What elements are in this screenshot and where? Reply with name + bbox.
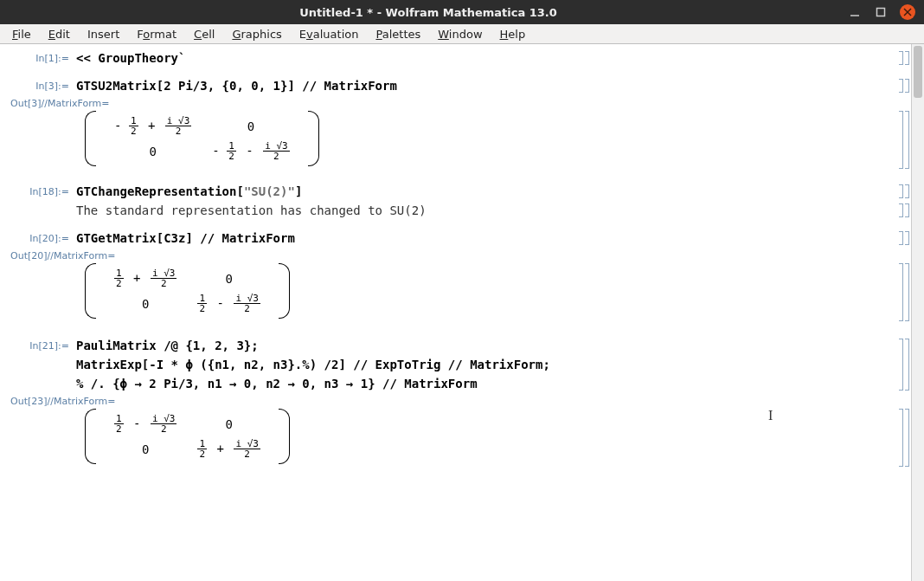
cell-bracket[interactable] bbox=[895, 263, 911, 321]
cell-label: In[3]:= bbox=[7, 79, 76, 92]
code-line: PauliMatrix /@ {1, 2, 3}; bbox=[76, 339, 866, 352]
code-text: ] bbox=[295, 184, 302, 198]
menubar: File Edit Insert Format Cell Graphics Ev… bbox=[0, 24, 924, 44]
op: + bbox=[145, 119, 157, 132]
sign: - bbox=[212, 144, 219, 158]
menu-edit[interactable]: Edit bbox=[42, 26, 77, 42]
cell-bracket[interactable] bbox=[895, 203, 911, 217]
matrix-entry: 0 bbox=[197, 414, 260, 434]
menu-format[interactable]: Format bbox=[130, 26, 183, 42]
svg-rect-1 bbox=[877, 9, 885, 16]
print-output: The standard representation has changed … bbox=[76, 203, 892, 217]
matrix-entry: 0 bbox=[114, 141, 191, 161]
matrix-output: - 12 + i √32 0 0 - bbox=[85, 111, 319, 166]
cell-label: In[21]:= bbox=[7, 339, 76, 352]
string-literal: "SU(2)" bbox=[244, 184, 295, 198]
output-label: Out[20]//MatrixForm= bbox=[10, 250, 911, 261]
matrix-entry: 0 bbox=[197, 268, 260, 288]
window-title: Untitled-1 * - Wolfram Mathematica 13.0 bbox=[9, 6, 848, 19]
matrix-entry: 0 bbox=[114, 294, 176, 313]
cell-label: In[18]:= bbox=[7, 184, 76, 197]
scrollbar-thumb[interactable] bbox=[914, 46, 922, 98]
menu-help[interactable]: Help bbox=[493, 26, 533, 42]
notebook-content[interactable]: In[1]:= << GroupTheory` In[3]:= GTSU2Mat… bbox=[0, 44, 911, 581]
matrix-entry: 0 bbox=[212, 116, 289, 136]
cell-label: In[20]:= bbox=[7, 231, 76, 244]
menu-graphics[interactable]: Graphics bbox=[225, 26, 288, 42]
code-text: GTChangeRepresentation[ bbox=[76, 184, 244, 198]
titlebar: Untitled-1 * - Wolfram Mathematica 13.0 bbox=[0, 0, 924, 24]
maximize-icon[interactable] bbox=[874, 5, 888, 19]
output-label: Out[23]//MatrixForm= bbox=[10, 396, 911, 407]
input-cell[interactable]: PauliMatrix /@ {1, 2, 3}; MatrixExp[-I *… bbox=[76, 339, 892, 391]
op: - bbox=[131, 416, 143, 430]
cell-bracket[interactable] bbox=[895, 111, 911, 169]
cell-bracket[interactable] bbox=[895, 51, 911, 65]
notebook-area: In[1]:= << GroupTheory` In[3]:= GTSU2Mat… bbox=[0, 44, 924, 581]
sign: - bbox=[114, 119, 121, 132]
menu-file[interactable]: File bbox=[5, 26, 38, 42]
menu-palettes[interactable]: Palettes bbox=[369, 26, 427, 42]
code-text: GTSU2Matrix bbox=[76, 79, 157, 93]
cell-bracket[interactable] bbox=[895, 231, 911, 245]
op: - bbox=[243, 144, 255, 158]
minimize-icon[interactable] bbox=[848, 5, 862, 19]
cell-label-empty bbox=[7, 263, 76, 265]
menu-cell[interactable]: Cell bbox=[187, 26, 221, 42]
code-line: % /. {ϕ → 2 Pi/3, n1 → 0, n2 → 0, n3 → 1… bbox=[76, 377, 866, 391]
cell-bracket[interactable] bbox=[895, 79, 911, 93]
close-icon[interactable] bbox=[900, 4, 915, 20]
output-cell[interactable]: 12 + i √32 0 0 12 bbox=[76, 263, 892, 321]
output-label: Out[3]//MatrixForm= bbox=[10, 98, 911, 109]
op: + bbox=[131, 271, 143, 285]
code-text: // MatrixForm bbox=[295, 79, 397, 93]
code-line: MatrixExp[-I * ϕ ({n1, n2, n3}.%) /2] //… bbox=[76, 358, 866, 371]
cell-bracket[interactable] bbox=[895, 184, 911, 198]
text-cursor-icon: I bbox=[768, 408, 773, 423]
menu-insert[interactable]: Insert bbox=[80, 26, 126, 42]
cell-label-empty bbox=[7, 203, 76, 205]
matrix-entry: 0 bbox=[114, 439, 176, 459]
op: - bbox=[215, 296, 227, 310]
cell-bracket[interactable] bbox=[895, 339, 911, 391]
op: + bbox=[215, 442, 227, 455]
cell-label-empty bbox=[7, 111, 76, 113]
input-cell[interactable]: GTChangeRepresentation["SU(2)"] bbox=[76, 184, 892, 198]
vertical-scrollbar[interactable] bbox=[911, 44, 924, 581]
input-cell[interactable]: GTGetMatrix[C3z] // MatrixForm bbox=[76, 231, 892, 245]
cell-label-empty bbox=[7, 409, 76, 410]
input-cell[interactable]: GTSU2Matrix[2 Pi/3, {0, 0, 1}] // Matrix… bbox=[76, 79, 892, 93]
cell-label: In[1]:= bbox=[7, 51, 76, 64]
code-text: [2 Pi/3, {0, 0, 1}] bbox=[157, 79, 295, 93]
menu-window[interactable]: Window bbox=[431, 26, 489, 42]
matrix-output: 12 + i √32 0 0 12 bbox=[85, 263, 290, 319]
menu-evaluation[interactable]: Evaluation bbox=[292, 26, 366, 42]
matrix-output: 12 - i √32 0 0 12 bbox=[85, 409, 290, 464]
cell-bracket[interactable] bbox=[895, 409, 911, 467]
output-cell[interactable]: - 12 + i √32 0 0 - bbox=[76, 111, 892, 169]
input-cell[interactable]: << GroupTheory` bbox=[76, 51, 892, 65]
